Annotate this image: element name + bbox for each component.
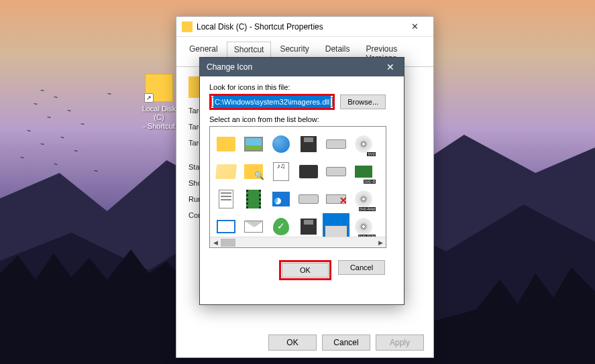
select-icon-label: Select an icon from the list below: — [209, 115, 394, 123]
icon-option-floppy-2[interactable] — [295, 213, 322, 240]
icon-option-dvd-ram[interactable]: DVD-RAM — [350, 186, 377, 213]
desktop-shortcut[interactable]: ↗ Local Disk (C) - Shortcut — [136, 74, 182, 131]
icon-path-input[interactable]: C:\Windows\system32\imageres.dll — [211, 97, 333, 107]
icon-option-folder[interactable] — [213, 131, 239, 158]
change-icon-dialog: Change Icon ✕ Look for icons in this fil… — [199, 57, 404, 305]
icon-option-folder-open[interactable] — [213, 158, 239, 185]
icon-option-floppy[interactable] — [295, 131, 322, 158]
change-icon-title: Change Icon — [207, 62, 252, 72]
icon-option-text[interactable] — [213, 186, 239, 213]
folder-icon — [182, 21, 193, 32]
cancel-button[interactable]: Cancel — [338, 260, 385, 275]
scroll-right-icon[interactable]: ▶ — [375, 237, 386, 248]
icon-option-printer[interactable] — [295, 158, 322, 185]
properties-title: Local Disk (C) - Shortcut Properties — [197, 22, 401, 32]
icon-option-drive-x[interactable] — [323, 186, 349, 213]
folder-icon: ↗ — [145, 74, 173, 102]
annotation-highlight: OK — [279, 260, 331, 280]
icon-option-screen[interactable] — [213, 213, 239, 240]
horizontal-scrollbar[interactable]: ◀ ▶ — [210, 237, 386, 247]
desktop-shortcut-label: Local Disk (C) - Shortcut — [136, 105, 182, 131]
scroll-thumb[interactable] — [221, 239, 235, 247]
icon-option-drive-2[interactable] — [323, 158, 349, 185]
icon-option-film[interactable] — [240, 186, 267, 213]
icon-option-chip[interactable]: DVD-R — [350, 158, 377, 185]
ok-button[interactable]: OK — [282, 263, 329, 278]
shortcut-arrow-icon: ↗ — [144, 93, 154, 103]
ok-button[interactable]: OK — [268, 335, 317, 351]
properties-titlebar[interactable]: Local Disk (C) - Shortcut Properties ✕ — [176, 17, 433, 37]
annotation-highlight: C:\Windows\system32\imageres.dll — [209, 94, 335, 110]
icon-option-mail[interactable] — [240, 213, 267, 240]
icon-list: DVD ♪♫ DVD-R DVD-RAM ✓ DVD-ROM — [209, 126, 386, 248]
icon-option-drive-3[interactable] — [295, 186, 322, 213]
look-for-icons-label: Look for icons in this file: — [209, 83, 394, 91]
close-button[interactable]: ✕ — [401, 17, 428, 36]
icon-option-music[interactable]: ♪♫ — [268, 158, 294, 185]
browse-button[interactable]: Browse... — [340, 95, 386, 109]
icon-option-shield[interactable]: ✓ — [268, 213, 294, 240]
apply-button: Apply — [376, 335, 424, 351]
close-button[interactable]: ✕ — [384, 62, 397, 72]
icon-option-drive-selected[interactable] — [323, 213, 349, 240]
icon-option-dvd[interactable]: DVD — [350, 131, 377, 158]
icon-option-search-folder[interactable] — [240, 158, 267, 185]
icon-option-dvd-rom[interactable]: DVD-ROM — [350, 213, 377, 240]
icon-option-globe[interactable] — [268, 131, 294, 158]
scroll-left-icon[interactable]: ◀ — [210, 237, 221, 248]
icon-option-picture[interactable] — [240, 131, 267, 158]
change-icon-titlebar[interactable]: Change Icon ✕ — [200, 58, 404, 76]
scroll-track[interactable] — [221, 237, 375, 248]
icon-path-value: C:\Windows\system32\imageres.dll — [213, 96, 331, 108]
cancel-button[interactable]: Cancel — [322, 335, 370, 351]
icon-option-drive[interactable] — [323, 131, 349, 158]
icon-option-chart[interactable] — [268, 186, 294, 213]
